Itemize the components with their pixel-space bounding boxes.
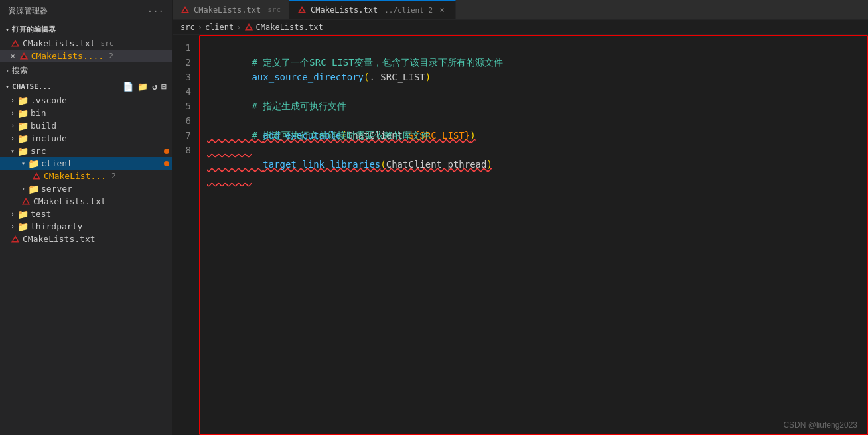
line-num-8: 8 xyxy=(173,143,199,157)
client-chevron: ▾ xyxy=(21,160,25,167)
folder-icon-bin: 📁 xyxy=(17,109,28,118)
folder-icon-build: 📁 xyxy=(17,121,28,131)
open-editors-header[interactable]: ▾ 打开的编辑器 xyxy=(0,22,172,37)
tree-cmake-root-label: CMakeLists.txt xyxy=(23,234,96,244)
code-line-8 xyxy=(207,143,868,157)
tree-item-thirdparty[interactable]: › 📁 thirdparty xyxy=(0,220,172,233)
tab-cmake-icon-1 xyxy=(181,5,190,15)
tab-close-button[interactable]: × xyxy=(437,5,447,15)
chatse-label: CHATSE... xyxy=(12,82,52,91)
line-numbers: 1 2 3 4 5 6 7 8 xyxy=(173,35,199,435)
explorer-more-button[interactable]: ··· xyxy=(147,6,164,17)
tree-item-bin[interactable]: › 📁 bin xyxy=(0,107,172,119)
folder-icon-client: 📁 xyxy=(28,159,38,168)
folder-icon-test: 📁 xyxy=(17,210,28,219)
comment-text-4: 指定生成可执行文件 xyxy=(263,101,346,111)
code-line-6: # 指定可执行文件链接时需要依赖的库文件 xyxy=(207,113,868,128)
breadcrumb-client[interactable]: client xyxy=(205,23,234,32)
tree-label-include: include xyxy=(31,133,67,143)
open-file-context-1: src xyxy=(101,39,114,48)
tree-label-server: server xyxy=(41,184,72,194)
close-icon-file2[interactable]: × xyxy=(11,52,15,60)
breadcrumb-src[interactable]: src xyxy=(181,23,195,32)
sidebar: 资源管理器 ··· ▾ 打开的编辑器 CMakeLists.txt src × … xyxy=(0,0,173,435)
chatse-chevron: ▾ xyxy=(5,83,9,90)
code-line-1: # 定义了一个SRC_LIST变量，包含了该目录下所有的源文件 xyxy=(207,40,868,55)
chatse-toolbar: 📄 📁 ↺ ⊟ xyxy=(123,82,167,92)
search-label: 搜索 xyxy=(12,65,28,76)
tree-item-server[interactable]: › 📁 server xyxy=(0,182,172,195)
tree-label-client: client xyxy=(41,158,72,168)
folder-icon-thirdparty: 📁 xyxy=(17,222,28,231)
tab-cmake-src[interactable]: CMakeLists.txt src xyxy=(173,0,289,19)
tree-item-vscode[interactable]: › 📁 .vscode xyxy=(0,94,172,107)
func-aux: aux_source_directory xyxy=(252,72,364,82)
line-num-6: 6 xyxy=(173,113,199,128)
line-num-4: 4 xyxy=(173,84,199,99)
open-file-name-1: CMakeLists.txt xyxy=(23,38,96,48)
cmake-icon xyxy=(11,39,20,48)
line-num-1: 1 xyxy=(173,40,199,55)
paren-close-5: ) xyxy=(470,130,475,141)
cmake-icon-root xyxy=(11,235,20,244)
open-file-cmake-client[interactable]: × CMakeLists.... 2 xyxy=(0,50,172,62)
tree-label-src: src xyxy=(31,146,46,156)
refresh-icon[interactable]: ↺ xyxy=(152,82,157,92)
client-dot-badge xyxy=(164,161,169,166)
tree-item-cmake-client[interactable]: CMakeList... 2 xyxy=(0,170,172,182)
main-content: CMakeLists.txt src CMakeLists.txt ../cli… xyxy=(173,0,868,435)
thirdparty-chevron: › xyxy=(11,223,15,230)
src-chevron: ▾ xyxy=(11,147,15,155)
paren-close-7: ) xyxy=(486,159,492,170)
line-num-2: 2 xyxy=(173,55,199,70)
dot-2: . SRC_LIST xyxy=(369,72,425,82)
bin-chevron: › xyxy=(11,109,15,117)
breadcrumb-sep-1: › xyxy=(198,23,202,32)
tree-label-test: test xyxy=(31,209,51,219)
tree-item-cmake-root[interactable]: CMakeLists.txt xyxy=(0,233,172,245)
tree-label-bin: bin xyxy=(31,108,46,118)
tree-cmake-client-label: CMakeList... xyxy=(44,171,106,181)
chatse-section: ▾ CHATSE... 📄 📁 ↺ ⊟ › 📁 .vscode › 📁 bin … xyxy=(0,79,172,245)
new-folder-icon[interactable]: 📁 xyxy=(137,82,148,92)
tab-label-2: CMakeLists.txt xyxy=(311,5,378,15)
tree-item-test[interactable]: › 📁 test xyxy=(0,208,172,220)
tab-cmake-client[interactable]: CMakeLists.txt ../client 2 × xyxy=(289,0,456,19)
breadcrumb-cmake-icon xyxy=(244,23,253,32)
tab-cmake-icon-2 xyxy=(297,5,307,15)
comment-text-1: 定义了一个SRC_LIST变量，包含了该目录下所有的源文件 xyxy=(263,57,502,68)
tree-item-cmake-src-root[interactable]: CMakeLists.txt xyxy=(0,195,172,208)
comment-hash-4: # xyxy=(252,101,263,111)
folder-icon-vscode: 📁 xyxy=(17,96,28,105)
comment-hash-1: # xyxy=(252,57,263,68)
tree-item-build[interactable]: › 📁 build xyxy=(0,119,172,132)
tree-label-build: build xyxy=(31,121,56,131)
comment-text-6: 指定可执行文件链接时需要依赖的库文件 xyxy=(263,130,430,141)
tree-item-include[interactable]: › 📁 include xyxy=(0,132,172,145)
func-target-link: target_link_libraries xyxy=(263,159,380,170)
tree-label-vscode: .vscode xyxy=(31,95,67,105)
code-line-4: # 指定生成可执行文件 xyxy=(207,84,868,99)
tree-cmake-src-root-label: CMakeLists.txt xyxy=(33,196,106,206)
new-file-icon[interactable]: 📄 xyxy=(123,82,133,92)
code-content[interactable]: # 定义了一个SRC_LIST变量，包含了该目录下所有的源文件 aux_sour… xyxy=(199,35,868,435)
open-file-context-2: 2 xyxy=(109,52,113,60)
line-num-7: 7 xyxy=(173,128,199,143)
tree-cmake-client-badge: 2 xyxy=(111,172,116,180)
tree-item-client[interactable]: ▾ 📁 client xyxy=(0,157,172,170)
explorer-header: 资源管理器 ··· xyxy=(0,0,172,22)
open-editors-label: 打开的编辑器 xyxy=(12,25,56,34)
cmake-icon-src-root xyxy=(21,197,31,206)
chatse-header[interactable]: ▾ CHATSE... 📄 📁 ↺ ⊟ xyxy=(0,79,172,94)
folder-icon-server: 📁 xyxy=(28,184,38,194)
search-section[interactable]: › 搜索 xyxy=(0,62,172,79)
line-num-5: 5 xyxy=(173,99,199,113)
collapse-icon[interactable]: ⊟ xyxy=(161,82,167,92)
tree-item-src[interactable]: ▾ 📁 src xyxy=(0,145,172,157)
explorer-title: 资源管理器 xyxy=(8,5,48,17)
breadcrumb-file[interactable]: CMakeLists.txt xyxy=(256,23,323,32)
tab-label-1: CMakeLists.txt xyxy=(194,5,261,15)
open-editors-section: ▾ 打开的编辑器 CMakeLists.txt src × CMakeLists… xyxy=(0,22,172,62)
tabs-bar: CMakeLists.txt src CMakeLists.txt ../cli… xyxy=(173,0,868,20)
open-file-cmake-src[interactable]: CMakeLists.txt src xyxy=(0,37,172,50)
